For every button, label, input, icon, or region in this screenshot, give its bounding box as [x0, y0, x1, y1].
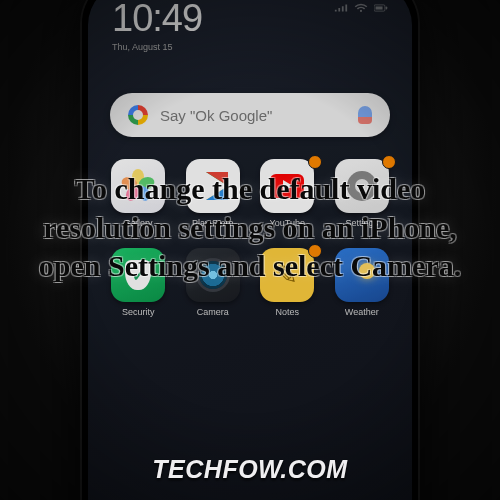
- headline-text: To change the default video resolution s…: [28, 170, 472, 285]
- headline-overlay: To change the default video resolution s…: [0, 0, 500, 500]
- site-watermark: TECHFOW.COM: [0, 455, 500, 484]
